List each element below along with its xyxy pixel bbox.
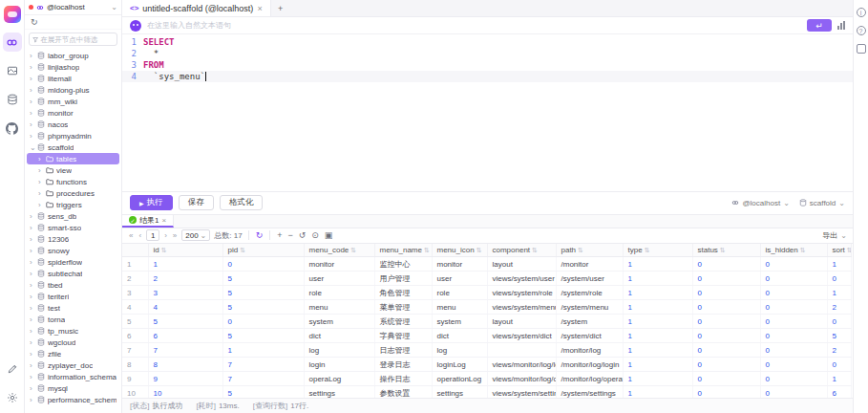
- sidebar-item-database[interactable]: › tp_music: [27, 325, 119, 337]
- cell-type[interactable]: 1: [623, 329, 692, 343]
- first-page-icon[interactable]: «: [128, 231, 134, 240]
- sort-icon[interactable]: ⇅: [240, 247, 245, 253]
- cell-pid[interactable]: 5: [222, 300, 304, 315]
- cell-sort[interactable]: 1: [827, 372, 851, 386]
- cell-menu-code[interactable]: menu: [304, 300, 374, 315]
- connections-icon[interactable]: [3, 33, 22, 52]
- sort-icon[interactable]: ⇅: [578, 247, 583, 253]
- prev-page-icon[interactable]: ‹: [138, 231, 142, 240]
- sidebar-item-database[interactable]: › test: [27, 302, 119, 314]
- cell-menu-icon[interactable]: monitor: [432, 257, 487, 272]
- sidebar-item-database[interactable]: › teriteri: [27, 291, 119, 302]
- cell-path[interactable]: /monitor/log/login: [556, 358, 623, 372]
- last-page-icon[interactable]: »: [172, 231, 178, 240]
- cell-id[interactable]: 4: [148, 300, 222, 315]
- cell-type[interactable]: 1: [623, 372, 692, 386]
- cell-menu-icon[interactable]: settings: [432, 386, 487, 399]
- info-icon[interactable]: i: [857, 8, 866, 17]
- tree-filter-input[interactable]: [40, 35, 114, 44]
- cell-type[interactable]: 1: [623, 343, 692, 358]
- cell-menu-name[interactable]: 用户管理: [374, 272, 432, 286]
- execute-button[interactable]: ▶ 执行: [130, 195, 173, 210]
- sidebar-item-database[interactable]: › mysql: [27, 382, 119, 394]
- cell-sort[interactable]: 2: [827, 343, 851, 358]
- table-row[interactable]: 4 4 5 menu 菜单管理 menu views/system/menu /…: [122, 300, 851, 315]
- new-tab-button[interactable]: +: [271, 0, 290, 16]
- tree-filter[interactable]: [29, 33, 117, 46]
- settings-gear-icon[interactable]: [3, 388, 22, 407]
- sidebar-item-folder[interactable]: › procedures: [27, 187, 119, 199]
- cell-is-hidden[interactable]: 0: [760, 257, 827, 272]
- sort-icon[interactable]: ⇅: [350, 247, 356, 253]
- column-header[interactable]: is_hidden⇅: [760, 244, 827, 257]
- next-page-icon[interactable]: ›: [163, 231, 168, 240]
- cell-menu-name[interactable]: 字典管理: [374, 329, 432, 343]
- cell-pid[interactable]: 5: [222, 286, 304, 300]
- sidebar-item-database[interactable]: › zfile: [27, 348, 119, 359]
- table-row[interactable]: 5 5 0 system 系统管理 system layout /system …: [122, 315, 851, 329]
- cell-pid[interactable]: 5: [222, 386, 304, 399]
- database-select[interactable]: scaffold ⌄: [799, 199, 845, 207]
- cell-menu-name[interactable]: 登录日志: [374, 358, 432, 372]
- cell-is-hidden[interactable]: 0: [760, 329, 827, 343]
- cell-is-hidden[interactable]: 0: [760, 372, 827, 386]
- cell-path[interactable]: /monitor: [556, 257, 623, 272]
- cell-menu-name[interactable]: 角色管理: [374, 286, 432, 300]
- cell-path[interactable]: /monitor/log: [556, 343, 623, 358]
- sidebar-item-folder[interactable]: › functions: [27, 176, 119, 187]
- panel-layout-icon[interactable]: [857, 44, 866, 54]
- format-button[interactable]: 格式化: [220, 195, 264, 210]
- cell-menu-icon[interactable]: user: [432, 272, 487, 286]
- sidebar-item-database[interactable]: › sens_db: [27, 210, 119, 222]
- cell-path[interactable]: /monitor/log/operation: [556, 372, 623, 386]
- cell-is-hidden[interactable]: 0: [760, 358, 827, 372]
- cell-menu-icon[interactable]: loginLog: [432, 358, 487, 372]
- cell-component[interactable]: [487, 343, 556, 358]
- cell-status[interactable]: 0: [692, 257, 760, 272]
- sort-icon[interactable]: ⇅: [476, 247, 482, 253]
- sidebar-item-database[interactable]: › monitor: [27, 107, 119, 119]
- cell-id[interactable]: 5: [148, 315, 222, 329]
- cell-menu-name[interactable]: 菜单管理: [374, 300, 432, 315]
- sidebar-item-database[interactable]: › linjiashop: [27, 61, 119, 73]
- history-chart-icon[interactable]: [837, 21, 845, 30]
- cell-menu-name[interactable]: 系统管理: [374, 315, 432, 329]
- cell-sort[interactable]: 0: [827, 272, 851, 286]
- cell-menu-code[interactable]: role: [304, 286, 374, 300]
- database-icon[interactable]: [3, 90, 22, 109]
- cell-is-hidden[interactable]: 0: [760, 315, 827, 329]
- delete-row-icon[interactable]: −: [286, 230, 293, 240]
- sidebar-item-database[interactable]: › phpmyadmin: [27, 130, 119, 141]
- close-icon[interactable]: ×: [257, 4, 262, 13]
- cell-menu-name[interactable]: 参数设置: [374, 386, 432, 399]
- table-row[interactable]: 3 3 5 role 角色管理 role views/system/role /…: [122, 286, 851, 300]
- sidebar-item-database[interactable]: › subtlechat: [27, 268, 119, 279]
- cell-id[interactable]: 8: [148, 358, 222, 372]
- table-row[interactable]: 8 8 7 login 登录日志 loginLog views/monitor/…: [122, 358, 851, 372]
- table-row[interactable]: 6 6 5 dict 字典管理 dict views/system/dict /…: [122, 329, 851, 343]
- sidebar-item-database[interactable]: › 12306: [27, 233, 119, 245]
- sidebar-item-database[interactable]: › performance_schema: [27, 394, 119, 405]
- cell-id[interactable]: 2: [148, 272, 222, 286]
- column-header[interactable]: id⇅: [148, 244, 222, 257]
- table-row[interactable]: 9 9 7 operaLog 操作日志 operationLog views/m…: [122, 372, 851, 386]
- sidebar-item-database[interactable]: › labor_group: [27, 50, 119, 61]
- table-row[interactable]: 10 10 5 settings 参数设置 settings views/sys…: [122, 386, 851, 399]
- column-header[interactable]: type⇅: [623, 244, 692, 257]
- sidebar-item-database[interactable]: › litemall: [27, 73, 119, 84]
- add-row-icon[interactable]: +: [276, 230, 283, 240]
- cell-type[interactable]: 1: [623, 272, 692, 286]
- cell-menu-code[interactable]: log: [304, 343, 374, 358]
- cell-pid[interactable]: 0: [222, 315, 304, 329]
- cell-menu-name[interactable]: 监控中心: [374, 257, 432, 272]
- connection-selector[interactable]: @localhost ⌄: [25, 0, 121, 15]
- cell-id[interactable]: 1: [148, 257, 222, 272]
- cell-id[interactable]: 6: [148, 329, 222, 343]
- ai-submit-button[interactable]: ↵: [807, 19, 832, 32]
- sidebar-item-folder[interactable]: › view: [27, 164, 119, 176]
- sidebar-item-database[interactable]: › snowy: [27, 245, 119, 256]
- cell-type[interactable]: 1: [623, 257, 692, 272]
- cell-pid[interactable]: 7: [222, 372, 304, 386]
- cell-component[interactable]: views/system/role: [487, 286, 556, 300]
- cell-is-hidden[interactable]: 0: [760, 286, 827, 300]
